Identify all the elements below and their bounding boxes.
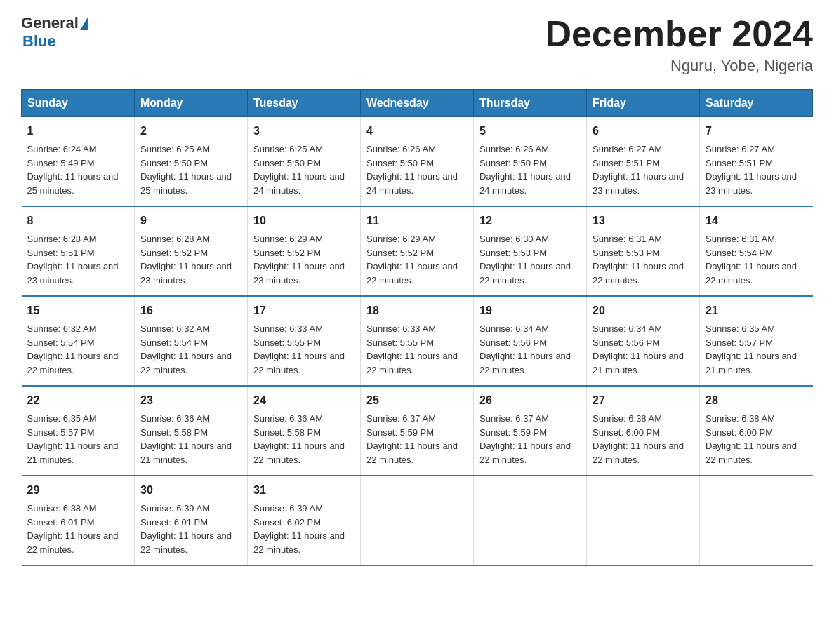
calendar-cell: 6Sunrise: 6:27 AMSunset: 5:51 PMDaylight…: [587, 117, 700, 207]
calendar-cell: 19Sunrise: 6:34 AMSunset: 5:56 PMDayligh…: [474, 296, 587, 386]
calendar-cell: 14Sunrise: 6:31 AMSunset: 5:54 PMDayligh…: [700, 206, 813, 296]
day-number: 12: [479, 213, 581, 229]
day-number: 1: [27, 123, 129, 140]
calendar-cell: 26Sunrise: 6:37 AMSunset: 5:59 PMDayligh…: [474, 386, 587, 476]
day-number: 10: [253, 213, 355, 229]
header-day-friday: Friday: [587, 90, 700, 117]
calendar-cell: 31Sunrise: 6:39 AMSunset: 6:02 PMDayligh…: [248, 476, 361, 565]
logo: General Blue: [21, 14, 90, 51]
day-number: 25: [366, 392, 468, 409]
calendar-header-row: SundayMondayTuesdayWednesdayThursdayFrid…: [22, 90, 813, 117]
calendar-week-row: 1Sunrise: 6:24 AMSunset: 5:49 PMDaylight…: [22, 117, 813, 207]
day-number: 28: [706, 392, 807, 409]
day-number: 15: [27, 302, 129, 319]
day-number: 7: [706, 123, 807, 140]
calendar-cell: 23Sunrise: 6:36 AMSunset: 5:58 PMDayligh…: [135, 386, 248, 476]
calendar-week-row: 22Sunrise: 6:35 AMSunset: 5:57 PMDayligh…: [22, 386, 813, 476]
day-number: 26: [479, 392, 581, 409]
day-number: 2: [140, 123, 241, 140]
header-day-monday: Monday: [135, 90, 248, 117]
day-number: 19: [479, 302, 581, 319]
day-number: 8: [27, 213, 129, 229]
calendar-cell: 11Sunrise: 6:29 AMSunset: 5:52 PMDayligh…: [361, 206, 474, 296]
calendar-cell: 22Sunrise: 6:35 AMSunset: 5:57 PMDayligh…: [22, 386, 135, 476]
calendar-cell: 12Sunrise: 6:30 AMSunset: 5:53 PMDayligh…: [474, 206, 587, 296]
calendar-cell: 18Sunrise: 6:33 AMSunset: 5:55 PMDayligh…: [361, 296, 474, 386]
calendar-week-row: 8Sunrise: 6:28 AMSunset: 5:51 PMDaylight…: [22, 206, 813, 296]
day-number: 4: [366, 123, 468, 140]
calendar-cell: 21Sunrise: 6:35 AMSunset: 5:57 PMDayligh…: [700, 296, 813, 386]
day-number: 23: [140, 392, 241, 409]
calendar-cell: 24Sunrise: 6:36 AMSunset: 5:58 PMDayligh…: [248, 386, 361, 476]
day-number: 20: [593, 302, 694, 319]
header-day-saturday: Saturday: [700, 90, 813, 117]
day-number: 16: [140, 302, 241, 319]
calendar-cell: 20Sunrise: 6:34 AMSunset: 5:56 PMDayligh…: [587, 296, 700, 386]
day-number: 17: [253, 302, 355, 319]
day-number: 31: [253, 482, 355, 499]
calendar-cell: 29Sunrise: 6:38 AMSunset: 6:01 PMDayligh…: [22, 476, 135, 565]
calendar-cell: 5Sunrise: 6:26 AMSunset: 5:50 PMDaylight…: [474, 117, 587, 207]
calendar-cell: 3Sunrise: 6:25 AMSunset: 5:50 PMDaylight…: [248, 117, 361, 207]
calendar-cell: [361, 476, 474, 565]
title-area: December 2024 Nguru, Yobe, Nigeria: [545, 14, 813, 75]
logo-triangle-icon: [80, 16, 88, 30]
header-day-wednesday: Wednesday: [361, 90, 474, 117]
header-day-thursday: Thursday: [474, 90, 587, 117]
location: Nguru, Yobe, Nigeria: [545, 57, 813, 75]
calendar-cell: 13Sunrise: 6:31 AMSunset: 5:53 PMDayligh…: [587, 206, 700, 296]
calendar-cell: 10Sunrise: 6:29 AMSunset: 5:52 PMDayligh…: [248, 206, 361, 296]
calendar-table: SundayMondayTuesdayWednesdayThursdayFrid…: [21, 89, 813, 566]
calendar-cell: [700, 476, 813, 565]
calendar-cell: 8Sunrise: 6:28 AMSunset: 5:51 PMDaylight…: [22, 206, 135, 296]
calendar-cell: 4Sunrise: 6:26 AMSunset: 5:50 PMDaylight…: [361, 117, 474, 207]
calendar-cell: 25Sunrise: 6:37 AMSunset: 5:59 PMDayligh…: [361, 386, 474, 476]
calendar-cell: 15Sunrise: 6:32 AMSunset: 5:54 PMDayligh…: [22, 296, 135, 386]
day-number: 18: [366, 302, 468, 319]
day-number: 5: [479, 123, 581, 140]
calendar-cell: [474, 476, 587, 565]
calendar-week-row: 15Sunrise: 6:32 AMSunset: 5:54 PMDayligh…: [22, 296, 813, 386]
header-day-sunday: Sunday: [22, 90, 135, 117]
day-number: 3: [253, 123, 355, 140]
day-number: 9: [140, 213, 241, 229]
day-number: 30: [140, 482, 241, 499]
page-header: General Blue December 2024 Nguru, Yobe, …: [21, 14, 813, 75]
day-number: 24: [253, 392, 355, 409]
day-number: 21: [706, 302, 807, 319]
calendar-cell: 30Sunrise: 6:39 AMSunset: 6:01 PMDayligh…: [135, 476, 248, 565]
day-number: 22: [27, 392, 129, 409]
day-number: 14: [706, 213, 807, 229]
calendar-cell: 28Sunrise: 6:38 AMSunset: 6:00 PMDayligh…: [700, 386, 813, 476]
calendar-cell: 2Sunrise: 6:25 AMSunset: 5:50 PMDaylight…: [135, 117, 248, 207]
logo-general-text: General: [21, 14, 79, 32]
header-day-tuesday: Tuesday: [248, 90, 361, 117]
day-number: 27: [593, 392, 694, 409]
calendar-cell: 1Sunrise: 6:24 AMSunset: 5:49 PMDaylight…: [22, 117, 135, 207]
month-title: December 2024: [545, 14, 813, 54]
calendar-cell: 9Sunrise: 6:28 AMSunset: 5:52 PMDaylight…: [135, 206, 248, 296]
day-number: 11: [366, 213, 468, 229]
logo-blue-text: Blue: [22, 32, 56, 51]
calendar-cell: 7Sunrise: 6:27 AMSunset: 5:51 PMDaylight…: [700, 117, 813, 207]
calendar-cell: [587, 476, 700, 565]
day-number: 29: [27, 482, 129, 499]
calendar-cell: 27Sunrise: 6:38 AMSunset: 6:00 PMDayligh…: [587, 386, 700, 476]
day-number: 13: [593, 213, 694, 229]
day-number: 6: [593, 123, 694, 140]
calendar-cell: 17Sunrise: 6:33 AMSunset: 5:55 PMDayligh…: [248, 296, 361, 386]
calendar-cell: 16Sunrise: 6:32 AMSunset: 5:54 PMDayligh…: [135, 296, 248, 386]
calendar-week-row: 29Sunrise: 6:38 AMSunset: 6:01 PMDayligh…: [22, 476, 813, 565]
